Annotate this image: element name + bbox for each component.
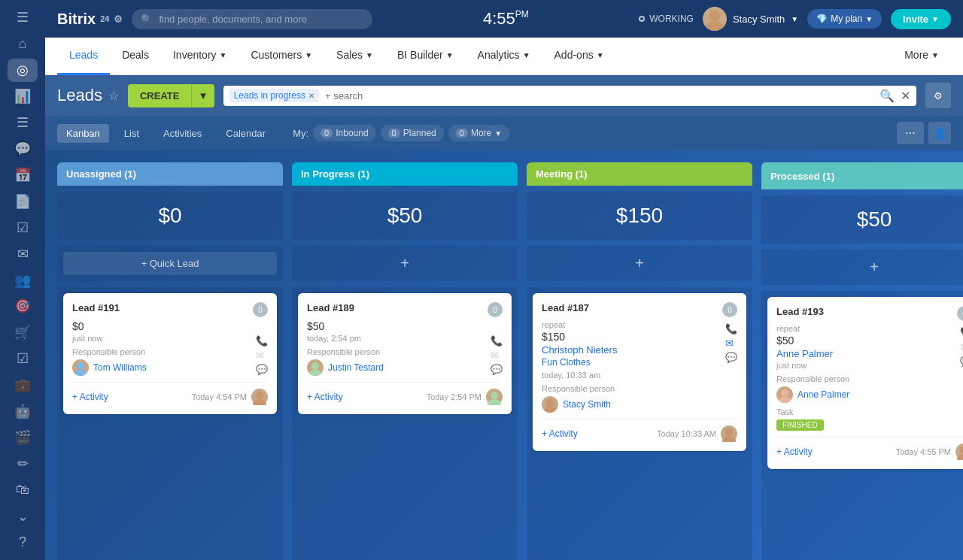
tab-list[interactable]: List bbox=[115, 124, 148, 143]
lead-187-number[interactable]: Lead #187 bbox=[542, 302, 589, 313]
sidebar-docs-icon[interactable]: 📄 bbox=[8, 189, 38, 213]
sidebar-crm-icon[interactable]: ◎ bbox=[8, 59, 38, 82]
nav-inventory[interactable]: Inventory ▼ bbox=[161, 38, 239, 75]
lead-187-name[interactable]: Christoph Nieters bbox=[542, 344, 725, 356]
stacy-smith-name-187[interactable]: Stacy Smith bbox=[563, 399, 611, 410]
working-status[interactable]: WORKING bbox=[639, 14, 694, 24]
sidebar-shop-icon[interactable]: 🛒 bbox=[8, 321, 38, 344]
sidebar-chat-icon[interactable]: 💬 bbox=[8, 138, 38, 161]
leads-in-progress-filter[interactable]: Leads in progress ✕ bbox=[229, 89, 319, 102]
anne-palmer-name-193[interactable]: Anne Palmer bbox=[797, 389, 849, 400]
lead-189-email-icon[interactable]: ✉ bbox=[491, 350, 503, 361]
filter-tag-remove-icon[interactable]: ✕ bbox=[308, 92, 314, 100]
inprogress-add-button[interactable]: + bbox=[298, 252, 512, 275]
meeting-add-button[interactable]: + bbox=[533, 252, 746, 275]
sidebar-contacts-icon[interactable]: 👥 bbox=[8, 268, 38, 292]
lead-189-phone-icon[interactable]: 📞 bbox=[491, 335, 503, 347]
justin-testard-name[interactable]: Justin Testard bbox=[328, 362, 384, 373]
sidebar-checkbox-icon[interactable]: ☑ bbox=[8, 347, 38, 371]
column-header-meeting: Meeting (1) bbox=[527, 162, 752, 186]
svg-point-1 bbox=[706, 22, 724, 31]
create-dropdown-button[interactable]: ▼ bbox=[191, 84, 214, 107]
nav-bi-builder[interactable]: BI Builder ▼ bbox=[385, 38, 466, 75]
nav-deals[interactable]: Deals bbox=[110, 38, 161, 75]
lead-189-footer: + Activity Today 2:54 PM bbox=[307, 382, 503, 405]
column-header-processed: Processed (1) + bbox=[761, 162, 963, 189]
user-profile[interactable]: Stacy Smith ▼ bbox=[703, 7, 798, 31]
lead-193-task-badge[interactable]: FINISHED bbox=[776, 419, 824, 431]
topbar: Bitrix 24 ⚙ 🔍 4:55PM WORKING Stacy Smith… bbox=[45, 0, 963, 38]
lead-191-phone-icon[interactable]: 📞 bbox=[256, 335, 268, 347]
lead-187-comment-icon[interactable]: 💬 bbox=[725, 352, 737, 363]
invite-button[interactable]: Invite ▼ bbox=[891, 9, 951, 29]
search-bar[interactable]: 🔍 bbox=[132, 9, 372, 29]
settings-icon[interactable]: ⚙ bbox=[114, 14, 123, 25]
filter-tag-label: Leads in progress bbox=[234, 90, 305, 101]
lead-189-comment-icon[interactable]: 💬 bbox=[491, 364, 503, 375]
sidebar-briefcase-icon[interactable]: 💼 bbox=[8, 374, 38, 397]
my-plan-button[interactable]: 💎 My plan ▼ bbox=[807, 9, 882, 29]
sidebar-drive-icon[interactable]: ☑ bbox=[8, 216, 38, 239]
sidebar-goals-icon[interactable]: 🎯 bbox=[8, 295, 38, 318]
kanban-column-meeting: Meeting (1) $150 + Lead #187 0 repeat bbox=[527, 162, 752, 548]
column-body-meeting: Lead #187 0 repeat $150 Christoph Nieter… bbox=[527, 287, 752, 560]
lead-193-number[interactable]: Lead #193 bbox=[776, 306, 824, 317]
tom-williams-name[interactable]: Tom Williams bbox=[93, 362, 147, 373]
lead-193-comment-icon[interactable]: 💬 bbox=[960, 356, 963, 367]
planned-filter-badge[interactable]: 0 Planned bbox=[381, 125, 444, 141]
lead-191-comment-icon[interactable]: 💬 bbox=[256, 364, 268, 375]
create-button[interactable]: CREATE bbox=[128, 84, 191, 107]
inbound-filter-badge[interactable]: 0 Inbound bbox=[313, 125, 376, 141]
nav-leads[interactable]: Leads bbox=[57, 38, 110, 75]
lead-191-number[interactable]: Lead #191 bbox=[72, 302, 120, 313]
sidebar-video-icon[interactable]: 🎬 bbox=[8, 426, 38, 450]
processed-add-section: + bbox=[761, 250, 963, 285]
lead-193-email-icon[interactable]: ✉ bbox=[960, 341, 963, 353]
sidebar-edit-icon[interactable]: ✏ bbox=[8, 452, 38, 475]
more-options-button[interactable]: ··· bbox=[897, 122, 924, 144]
lead-191-footer-avatar bbox=[251, 389, 268, 405]
sidebar-analytics-icon[interactable]: 📊 bbox=[8, 85, 38, 108]
sidebar-bag-icon[interactable]: 🛍 bbox=[8, 478, 38, 501]
sidebar-home-icon[interactable]: ⌂ bbox=[8, 32, 38, 56]
column-body-unassigned: Lead #191 0 $0 just now Responsible pers… bbox=[57, 287, 283, 560]
nav-sales[interactable]: Sales ▼ bbox=[324, 38, 385, 75]
lead-187-email-icon[interactable]: ✉ bbox=[725, 338, 737, 349]
sidebar-collapse-icon[interactable]: ⌄ bbox=[8, 504, 38, 528]
lead-193-phone-icon[interactable]: 📞 bbox=[960, 327, 963, 338]
sidebar-help-icon[interactable]: ? bbox=[8, 531, 38, 554]
filter-search-icon[interactable]: 🔍 bbox=[879, 89, 895, 103]
tab-calendar[interactable]: Calendar bbox=[217, 124, 275, 143]
filter-search-input[interactable] bbox=[325, 90, 873, 101]
sidebar-calendar-icon[interactable]: 📅 bbox=[8, 163, 38, 186]
lead-189-number[interactable]: Lead #189 bbox=[307, 302, 354, 313]
nav-customers[interactable]: Customers ▼ bbox=[238, 38, 324, 75]
tab-activities[interactable]: Activities bbox=[154, 124, 211, 143]
lead-187-add-activity[interactable]: + Activity bbox=[542, 428, 578, 439]
lead-187-company[interactable]: Fun Clothes bbox=[542, 357, 725, 368]
lead-189-add-activity[interactable]: + Activity bbox=[307, 392, 343, 402]
processed-add-button[interactable]: + bbox=[767, 256, 963, 279]
lead-187-phone-icon[interactable]: 📞 bbox=[725, 323, 737, 334]
lead-193-add-activity[interactable]: + Activity bbox=[776, 446, 813, 457]
sidebar-menu-icon[interactable]: ☰ bbox=[8, 6, 38, 29]
filter-clear-icon[interactable]: ✕ bbox=[901, 89, 910, 103]
lead-189-badge: 0 bbox=[488, 302, 503, 317]
nav-more[interactable]: More ▼ bbox=[892, 38, 951, 75]
more-filter-badge[interactable]: 0 More ▼ bbox=[448, 125, 509, 141]
sidebar-mail-icon[interactable]: ✉ bbox=[8, 242, 38, 265]
kanban-settings-button[interactable]: ⚙ bbox=[925, 83, 951, 108]
tab-kanban[interactable]: Kanban bbox=[57, 124, 109, 143]
lead-191-add-activity[interactable]: + Activity bbox=[72, 392, 108, 402]
nav-addons[interactable]: Add-ons ▼ bbox=[542, 38, 616, 75]
search-input[interactable] bbox=[159, 14, 363, 25]
favorite-star-icon[interactable]: ☆ bbox=[108, 89, 119, 103]
lead-191-email-icon[interactable]: ✉ bbox=[256, 350, 268, 361]
sidebar-robot-icon[interactable]: 🤖 bbox=[8, 400, 38, 423]
quick-lead-button[interactable]: + Quick Lead bbox=[63, 252, 277, 275]
nav-analytics[interactable]: Analytics ▼ bbox=[466, 38, 542, 75]
sidebar-tasks-icon[interactable]: ☰ bbox=[8, 111, 38, 135]
view-options-button[interactable]: 👤 bbox=[928, 122, 951, 144]
user-avatar bbox=[703, 7, 727, 31]
lead-193-name[interactable]: Anne Palmer bbox=[776, 348, 960, 359]
